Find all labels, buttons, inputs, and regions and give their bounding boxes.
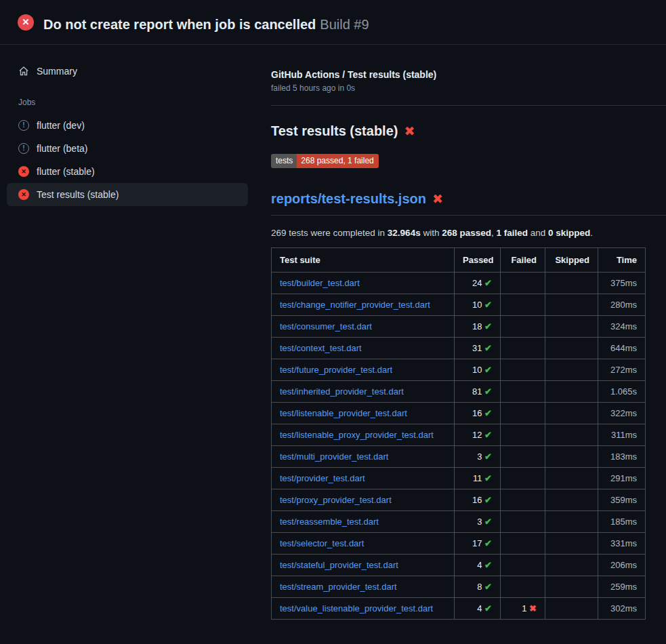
suite-link[interactable]: test/value_listenable_provider_test.dart — [280, 603, 433, 613]
col-header-test-suite: Test suite — [272, 248, 455, 273]
report-file-link[interactable]: reports/test-results.json ✖ — [271, 191, 443, 207]
count-value: 18 — [472, 321, 484, 331]
suite-link[interactable]: test/reassemble_test.dart — [280, 517, 379, 527]
suite-link[interactable]: test/context_test.dart — [280, 343, 362, 353]
skipped-cell — [545, 403, 598, 424]
suite-cell: test/builder_test.dart — [272, 273, 455, 294]
table-row: test/stream_provider_test.dart8 ✔259ms — [272, 576, 646, 598]
skipped-cell — [545, 533, 598, 555]
suite-link[interactable]: test/builder_test.dart — [280, 278, 360, 288]
table-row: test/builder_test.dart24 ✔375ms — [272, 273, 646, 294]
col-header-time: Time — [598, 248, 646, 273]
time-cell: 291ms — [598, 468, 646, 489]
sidebar-item-flutter-beta[interactable]: ! flutter (beta) — [7, 137, 248, 160]
layout: Summary Jobs ! flutter (dev) ! flutter (… — [0, 45, 666, 620]
sidebar-item-summary[interactable]: Summary — [7, 60, 248, 83]
suite-link[interactable]: test/provider_test.dart — [280, 473, 365, 483]
suite-cell: test/listenable_provider_test.dart — [272, 403, 455, 424]
failed-cell — [501, 446, 545, 468]
summary-text: , — [491, 228, 497, 238]
count-value: 3 — [477, 451, 484, 462]
passed-cell: 17 ✔ — [455, 533, 501, 555]
table-row: test/selector_test.dart17 ✔331ms — [272, 533, 646, 555]
failed-x-icon: ✖ — [432, 191, 443, 207]
time-cell: 359ms — [598, 489, 646, 511]
suite-link[interactable]: test/future_provider_test.dart — [280, 365, 392, 375]
passed-cell: 18 ✔ — [455, 316, 501, 338]
table-row: test/inherited_provider_test.dart81 ✔1.0… — [272, 381, 646, 403]
suite-link[interactable]: test/inherited_provider_test.dart — [280, 386, 404, 397]
badge-value: 268 passed, 1 failed — [297, 154, 378, 168]
summary-text: with — [421, 228, 442, 238]
passed-cell: 16 ✔ — [455, 403, 501, 424]
failed-cell — [501, 511, 545, 533]
check-icon: ✔ — [484, 386, 492, 397]
time-cell: 302ms — [598, 598, 646, 620]
summary-bold: 0 skipped — [548, 228, 590, 238]
suite-cell: test/inherited_provider_test.dart — [272, 381, 455, 403]
check-icon: ✔ — [484, 473, 492, 483]
sidebar-item-label: Summary — [37, 66, 77, 77]
count-value: 4 — [477, 603, 484, 613]
badge-label: tests — [271, 154, 297, 168]
suite-link[interactable]: test/change_notifier_provider_test.dart — [280, 300, 430, 310]
suite-link[interactable]: test/proxy_provider_test.dart — [280, 495, 392, 505]
check-icon: ✔ — [484, 451, 492, 462]
passed-cell: 8 ✔ — [455, 576, 501, 598]
failed-cell — [501, 338, 545, 359]
skipped-cell — [545, 316, 598, 338]
count-value: 8 — [477, 582, 484, 592]
time-cell: 185ms — [598, 511, 646, 533]
sidebar-item-label: flutter (dev) — [37, 120, 85, 131]
suite-link[interactable]: test/consumer_test.dart — [280, 321, 372, 331]
divider — [271, 105, 666, 106]
suite-link[interactable]: test/stream_provider_test.dart — [280, 582, 397, 592]
summary-bold: 32.964s — [388, 228, 421, 238]
suite-cell: test/multi_provider_test.dart — [272, 446, 455, 468]
table-row: test/provider_test.dart11 ✔291ms — [272, 468, 646, 489]
suite-link[interactable]: test/multi_provider_test.dart — [280, 451, 388, 462]
sidebar-item-flutter-dev[interactable]: ! flutter (dev) — [7, 114, 248, 137]
suite-cell: test/stateful_provider_test.dart — [272, 555, 455, 576]
failed-cell — [501, 359, 545, 381]
skipped-cell — [545, 468, 598, 489]
table-row: test/listenable_provider_test.dart16 ✔32… — [272, 403, 646, 424]
suite-link[interactable]: test/listenable_proxy_provider_test.dart — [280, 430, 434, 440]
suite-cell: test/proxy_provider_test.dart — [272, 489, 455, 511]
page-header: ✕ Do not create report when job is cance… — [0, 0, 666, 45]
passed-cell: 10 ✔ — [455, 294, 501, 316]
failed-cell — [501, 489, 545, 511]
table-row: test/future_provider_test.dart10 ✔272ms — [272, 359, 646, 381]
suite-link[interactable]: test/listenable_provider_test.dart — [280, 408, 407, 418]
skipped-cell — [545, 273, 598, 294]
sidebar: Summary Jobs ! flutter (dev) ! flutter (… — [0, 45, 257, 206]
suite-link[interactable]: test/selector_test.dart — [280, 538, 364, 548]
time-cell: 280ms — [598, 294, 646, 316]
count-value: 10 — [472, 300, 484, 310]
time-cell: 1.065s — [598, 381, 646, 403]
count-value: 81 — [472, 386, 484, 397]
suite-link[interactable]: test/stateful_provider_test.dart — [280, 560, 398, 570]
skipped-cell — [545, 446, 598, 468]
skipped-cell — [545, 424, 598, 446]
table-row: test/listenable_proxy_provider_test.dart… — [272, 424, 646, 446]
table-row: test/value_listenable_provider_test.dart… — [272, 598, 646, 620]
check-icon: ✔ — [484, 517, 492, 527]
count-value: 16 — [472, 408, 484, 418]
skipped-cell — [545, 359, 598, 381]
passed-cell: 3 ✔ — [455, 511, 501, 533]
skipped-cell — [545, 598, 598, 620]
check-icon: ✔ — [484, 343, 492, 353]
failed-status-icon: ✕ — [18, 189, 29, 200]
failed-cell — [501, 381, 545, 403]
sidebar-item-test-results-stable[interactable]: ✕ Test results (stable) — [7, 183, 248, 206]
table-row: test/stateful_provider_test.dart4 ✔206ms — [272, 555, 646, 576]
count-value: 31 — [472, 343, 484, 353]
sidebar-item-flutter-stable[interactable]: ✕ flutter (stable) — [7, 160, 248, 183]
count-value: 1 — [522, 603, 529, 613]
home-icon — [18, 66, 29, 77]
breadcrumb: GitHub Actions / Test results (stable) — [271, 69, 666, 80]
failed-cell — [501, 468, 545, 489]
check-icon: ✔ — [484, 495, 492, 505]
time-cell: 272ms — [598, 359, 646, 381]
